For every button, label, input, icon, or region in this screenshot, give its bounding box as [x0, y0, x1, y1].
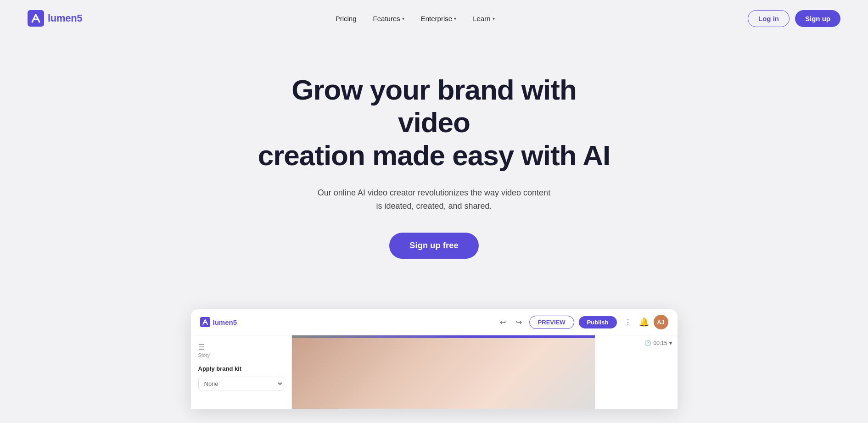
nav-actions: Log in Sign up — [748, 10, 840, 27]
more-options-button[interactable]: ⋮ — [622, 316, 634, 328]
app-logo-area: lumen5 — [200, 317, 237, 327]
hero-cta-button[interactable]: Sign up free — [389, 233, 478, 259]
app-logo-icon — [200, 317, 210, 327]
app-preview: lumen5 ↩ ↪ PREVIEW Publish ⋮ 🔔 AJ ☰ Stor… — [191, 309, 678, 409]
progress-bar — [292, 335, 595, 338]
preview-button[interactable]: PREVIEW — [529, 316, 574, 329]
story-icon: ☰ — [198, 343, 205, 351]
hero-section: Grow your brand with video creation made… — [0, 37, 868, 286]
app-body: ☰ Story Apply brand kit None Brand Kit 1… — [191, 335, 678, 409]
svg-rect-0 — [28, 10, 44, 27]
app-topbar-actions: ↩ ↪ PREVIEW Publish ⋮ 🔔 AJ — [497, 315, 668, 329]
hero-subtitle: Our online AI video creator revolutioniz… — [315, 186, 554, 213]
redo-button[interactable]: ↪ — [513, 316, 525, 328]
signup-button[interactable]: Sign up — [795, 10, 840, 27]
sidebar-story-section: ☰ Story — [198, 343, 284, 358]
navbar: lumen5 Pricing Features ▾ Enterprise ▾ L… — [0, 0, 868, 37]
clock-icon: 🕐 — [644, 340, 651, 346]
avatar: AJ — [654, 315, 668, 329]
logo-icon — [28, 10, 44, 27]
nav-pricing[interactable]: Pricing — [329, 11, 363, 26]
publish-button[interactable]: Publish — [579, 316, 617, 328]
app-preview-wrapper: lumen5 ↩ ↪ PREVIEW Publish ⋮ 🔔 AJ ☰ Stor… — [0, 286, 868, 409]
nav-learn[interactable]: Learn ▾ — [466, 11, 501, 26]
app-topbar: lumen5 ↩ ↪ PREVIEW Publish ⋮ 🔔 AJ — [191, 309, 678, 335]
logo-link[interactable]: lumen5 — [28, 10, 82, 27]
chevron-down-icon: ▾ — [669, 340, 672, 346]
app-logo-text: lumen5 — [213, 318, 237, 326]
app-main-canvas — [292, 335, 595, 409]
video-duration-badge: 🕐 00:15 ▾ — [601, 340, 672, 346]
hero-title: Grow your brand with video creation made… — [255, 73, 613, 172]
app-sidebar: ☰ Story Apply brand kit None Brand Kit 1… — [191, 335, 292, 409]
login-button[interactable]: Log in — [748, 10, 790, 27]
brand-kit-select[interactable]: None Brand Kit 1 Brand Kit 2 — [198, 377, 284, 390]
story-label: Story — [198, 352, 210, 358]
app-right-panel: 🕐 00:15 ▾ — [595, 335, 678, 409]
nav-links: Pricing Features ▾ Enterprise ▾ Learn ▾ — [329, 11, 501, 26]
logo-text: lumen5 — [48, 12, 82, 24]
bell-icon[interactable]: 🔔 — [639, 317, 649, 327]
apply-brand-kit-label: Apply brand kit — [198, 365, 284, 372]
undo-button[interactable]: ↩ — [497, 316, 509, 328]
nav-features[interactable]: Features ▾ — [367, 11, 411, 26]
video-preview-area — [292, 335, 595, 409]
chevron-down-icon: ▾ — [402, 16, 404, 21]
chevron-down-icon: ▾ — [454, 16, 456, 21]
chevron-down-icon: ▾ — [493, 16, 495, 21]
nav-enterprise[interactable]: Enterprise ▾ — [414, 11, 463, 26]
